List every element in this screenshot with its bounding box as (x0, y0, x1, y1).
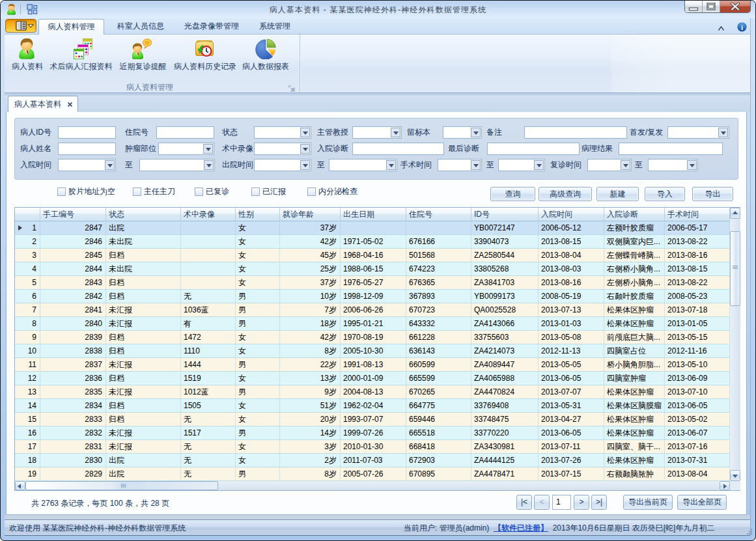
svg-text:i: i (741, 23, 743, 31)
